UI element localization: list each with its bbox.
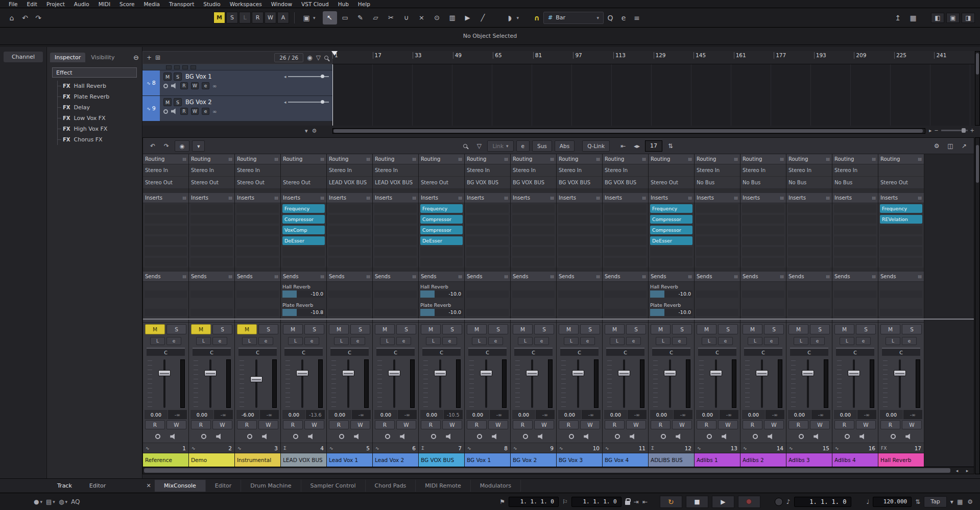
search-icon[interactable] [460, 140, 471, 152]
lower-zone-tab[interactable]: MIDI Remote [416, 480, 470, 492]
fader-handle[interactable] [250, 376, 262, 382]
mute-button[interactable]: M [467, 324, 487, 334]
volume-value[interactable]: 0.00 [190, 410, 213, 419]
insert-slot[interactable] [466, 204, 509, 213]
listen-button[interactable]: L [610, 337, 625, 345]
rack-fader-divider[interactable] [603, 319, 648, 323]
mixer-channel-strip[interactable]: Routing ▤ Stereo In LEAD VOX BUS Inserts… [373, 154, 419, 467]
read-automation-button[interactable]: R [743, 420, 762, 429]
pan-control[interactable]: C [465, 346, 510, 357]
track-row[interactable]: ∿ 8 M S BG Vox 1 ◂ [142, 70, 332, 96]
monitor-icon[interactable] [905, 433, 912, 440]
routing-menu-icon[interactable]: ▤ [918, 157, 922, 161]
routing-section-header[interactable]: Routing ▤ [740, 154, 786, 164]
send-level-gauge[interactable] [145, 290, 187, 298]
abs-button[interactable]: Abs [555, 140, 575, 152]
insert-slot[interactable] [742, 236, 784, 245]
solo-button[interactable]: S [672, 324, 692, 334]
edit-channel-button[interactable]: e [856, 337, 871, 345]
quantize-icon[interactable]: Q [604, 12, 617, 24]
track-solo-button[interactable]: S [174, 98, 182, 106]
routing-menu-icon[interactable]: ▤ [688, 157, 692, 161]
monitor-icon[interactable] [262, 433, 268, 440]
routing-section-header[interactable]: Routing ▤ [419, 154, 464, 164]
inserts-section-header[interactable]: Inserts ▤ [557, 193, 602, 203]
channel-name[interactable]: BG VOX BUS [419, 453, 464, 467]
monitor-icon[interactable] [446, 433, 452, 440]
menu-item[interactable]: Edit [22, 0, 42, 8]
fader-handle[interactable] [710, 370, 722, 376]
insert-slot[interactable] [328, 215, 371, 224]
track-name[interactable]: BG Vox 2 [185, 99, 282, 106]
fader-handle[interactable] [158, 370, 171, 376]
insert-slot[interactable] [512, 204, 555, 213]
cycle-button[interactable]: ↻ [660, 496, 682, 508]
track-solo-button[interactable]: S [174, 72, 182, 81]
sends-menu-icon[interactable]: ▤ [412, 274, 416, 279]
sends-section-header[interactable]: Sends ▤ [695, 272, 740, 282]
monitor-icon[interactable] [584, 433, 590, 440]
inserts-section-header[interactable]: Inserts ▤ [695, 193, 740, 203]
menu-item[interactable]: MIDI [94, 0, 115, 8]
solo-button[interactable]: S [810, 324, 830, 334]
mixer-vertical-scrollbar[interactable] [975, 137, 980, 474]
inserts-menu-icon[interactable]: ▤ [550, 196, 554, 200]
routing-section-header[interactable]: Routing ▤ [603, 154, 648, 164]
sends-menu-icon[interactable]: ▤ [642, 274, 646, 279]
peak-value[interactable]: -∞ [168, 410, 187, 419]
sends-menu-icon[interactable]: ▤ [274, 274, 278, 279]
inserts-section-header[interactable]: Inserts ▤ [649, 193, 694, 203]
channel-name[interactable]: BG Vox 3 [557, 453, 602, 467]
sends-section-header[interactable]: Sends ▤ [511, 272, 556, 282]
peak-value[interactable]: -∞ [674, 410, 692, 419]
fx-track-item[interactable]: FX Delay [58, 102, 138, 113]
sends-section-header[interactable]: Sends ▤ [189, 272, 234, 282]
volume-value[interactable]: 0.00 [328, 410, 351, 419]
insert-slot[interactable] [512, 258, 555, 266]
zoom-out-icon[interactable]: − [934, 128, 938, 133]
routing-section-header[interactable]: Routing ▤ [832, 154, 878, 164]
write-automation-button[interactable]: W [902, 420, 922, 429]
right-locator-icon[interactable]: ⚐ [562, 498, 568, 505]
global-state-button[interactable]: M [213, 12, 225, 23]
read-automation-button[interactable]: R [467, 420, 487, 429]
sus-button[interactable]: Sus [532, 140, 552, 152]
send-slot[interactable] [236, 283, 279, 299]
edit-channel-button[interactable]: e [202, 108, 209, 115]
peak-value[interactable]: -∞ [857, 410, 876, 419]
tab-inspector[interactable]: Inspector [50, 53, 85, 62]
send-slot[interactable] [145, 301, 187, 318]
write-automation-button[interactable]: W [718, 420, 738, 429]
insert-slot[interactable] [282, 247, 325, 256]
peak-value[interactable]: -∞ [903, 410, 922, 419]
midi-activity-icon[interactable]: ▦ [957, 498, 963, 505]
insert-slot[interactable] [236, 236, 279, 245]
sends-menu-icon[interactable]: ▤ [458, 274, 462, 279]
read-automation-button[interactable]: R [834, 420, 854, 429]
send-level-gauge[interactable] [834, 309, 876, 316]
insert-slot[interactable]: DeEsser [420, 236, 463, 245]
inserts-section-header[interactable]: Inserts ▤ [511, 193, 556, 203]
send-level-gauge[interactable] [466, 290, 509, 298]
zoom-slider[interactable] [941, 130, 968, 131]
listen-button[interactable]: L [196, 337, 211, 345]
pool-grid-icon[interactable]: ▦ [906, 12, 920, 24]
mute-button[interactable]: M [145, 324, 165, 334]
routing-menu-icon[interactable]: ▤ [872, 157, 876, 161]
inserts-section-header[interactable]: Inserts ▤ [419, 193, 464, 203]
pan-control[interactable]: C [695, 346, 740, 357]
add-track-icon[interactable]: + [147, 54, 152, 61]
send-slot[interactable]: Plate Reverb -10.0 [650, 301, 692, 318]
record-enable-icon[interactable] [707, 434, 712, 439]
insert-slot[interactable] [558, 226, 601, 234]
rack-fader-divider[interactable] [143, 319, 188, 323]
insert-slot[interactable] [742, 258, 784, 266]
solo-button[interactable]: S [534, 324, 554, 334]
input-routing[interactable] [419, 164, 464, 177]
read-automation-button[interactable]: R [697, 420, 716, 429]
listen-button[interactable]: L [288, 337, 303, 345]
fader-handle[interactable] [572, 370, 584, 376]
sends-menu-icon[interactable]: ▤ [504, 274, 508, 279]
inserts-bypass-icon[interactable]: ∞ [212, 83, 217, 89]
tempo-display[interactable]: 120.000 [873, 497, 912, 507]
